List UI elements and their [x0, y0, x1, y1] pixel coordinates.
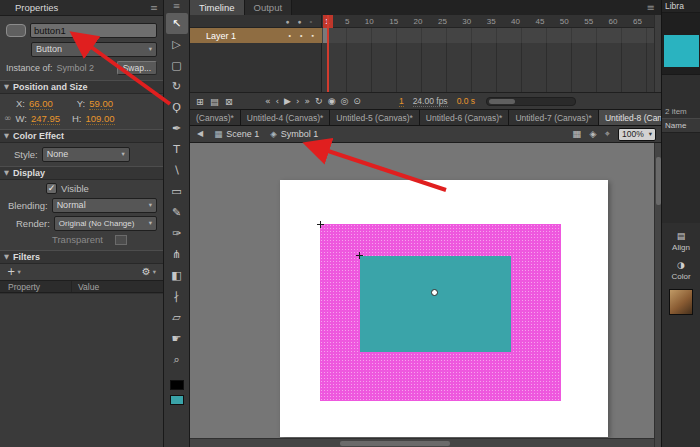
- tab-output[interactable]: Output: [245, 0, 293, 15]
- eyedropper-tool-icon[interactable]: ∤: [166, 286, 188, 307]
- subselection-tool-icon[interactable]: ▷: [166, 34, 188, 55]
- symbol-type-dropdown[interactable]: Button ▾: [31, 42, 157, 57]
- dock-panel-thumbnail[interactable]: [669, 289, 693, 315]
- 3d-rotation-tool-icon[interactable]: ↻: [166, 76, 188, 97]
- paint-bucket-tool-icon[interactable]: ◧: [166, 265, 188, 286]
- section-position-and-size[interactable]: ▼ Position and Size: [0, 80, 163, 94]
- playhead[interactable]: [327, 15, 329, 92]
- section-filters[interactable]: ▼ Filters: [0, 250, 163, 264]
- doc-tab[interactable]: (Canvas)*: [190, 110, 241, 125]
- w-value[interactable]: 247.95: [31, 113, 60, 125]
- library-panel-header[interactable]: Libra: [662, 0, 700, 13]
- lock-all-layers-icon[interactable]: ●: [298, 18, 302, 25]
- text-tool-icon[interactable]: T: [166, 139, 188, 160]
- scrollbar-thumb[interactable]: [489, 99, 515, 104]
- zoom-level-dropdown[interactable]: 100% ▾: [618, 128, 656, 141]
- layer-name[interactable]: Layer 1: [206, 31, 236, 41]
- go-to-first-frame-button[interactable]: «: [265, 96, 271, 106]
- current-frame-value[interactable]: 1: [399, 96, 404, 107]
- scrollbar-thumb[interactable]: [340, 441, 450, 446]
- library-item-list[interactable]: [662, 133, 700, 223]
- section-color-effect[interactable]: ▼ Color Effect: [0, 129, 163, 143]
- style-dropdown[interactable]: None ▾: [42, 147, 130, 162]
- onion-skin-button[interactable]: ◉: [328, 96, 336, 106]
- outline-all-layers-icon[interactable]: ▫: [310, 18, 312, 25]
- layer-lock-dot[interactable]: •: [300, 32, 302, 39]
- fill-color-swatch[interactable]: [170, 395, 184, 405]
- rectangle-tool-icon[interactable]: ▭: [166, 181, 188, 202]
- stage-vertical-scrollbar[interactable]: [654, 143, 661, 447]
- new-layer-button[interactable]: ⊞: [196, 96, 204, 107]
- eraser-tool-icon[interactable]: ▱: [166, 307, 188, 328]
- center-frame-icon[interactable]: ⌖: [605, 128, 610, 140]
- bone-tool-icon[interactable]: ⋔: [166, 244, 188, 265]
- stage-horizontal-scrollbar[interactable]: [190, 438, 654, 447]
- align-panel-button[interactable]: ▤ Align: [662, 232, 700, 252]
- add-filter-button[interactable]: +: [7, 267, 15, 277]
- hand-tool-icon[interactable]: ☛: [166, 328, 188, 349]
- lasso-tool-icon[interactable]: Ϙ: [166, 97, 188, 118]
- brush-tool-icon[interactable]: ✑: [166, 223, 188, 244]
- step-forward-button[interactable]: ›: [296, 96, 300, 106]
- pen-tool-icon[interactable]: ✒: [166, 118, 188, 139]
- h-value[interactable]: 109.00: [86, 113, 115, 125]
- breadcrumb-scene[interactable]: ▦ Scene 1: [214, 129, 259, 139]
- free-transform-tool-icon[interactable]: ▢: [166, 55, 188, 76]
- timeline-vertical-scrollbar[interactable]: [654, 15, 661, 92]
- panel-menu-icon[interactable]: ≡: [647, 3, 655, 13]
- play-button[interactable]: ▶: [284, 96, 291, 106]
- line-tool-icon[interactable]: ∖: [166, 160, 188, 181]
- step-back-button[interactable]: ‹: [275, 96, 279, 106]
- zoom-tool-icon[interactable]: ⌕: [166, 349, 188, 370]
- tools-panel-menu-icon[interactable]: ≡: [173, 0, 181, 13]
- layer-outline-square[interactable]: ▪: [312, 32, 314, 39]
- inner-teal-rectangle[interactable]: [360, 256, 511, 352]
- new-folder-button[interactable]: ▤: [210, 96, 219, 107]
- show-hide-all-layers-icon[interactable]: ●: [286, 18, 290, 25]
- doc-tab[interactable]: Untitled-7 (Canvas)*: [509, 110, 599, 125]
- instance-name-input[interactable]: [30, 23, 157, 38]
- properties-panel-header[interactable]: Properties ≡: [0, 0, 163, 16]
- timeline-horizontal-scrollbar[interactable]: [486, 97, 576, 106]
- back-arrow-icon[interactable]: ◀: [197, 130, 203, 138]
- library-name-column-header[interactable]: Name: [662, 118, 700, 133]
- stage-pasteboard[interactable]: [190, 143, 661, 447]
- transformation-point[interactable]: [431, 289, 438, 296]
- layer1-frame-row[interactable]: [322, 28, 654, 43]
- elapsed-time-value[interactable]: 0.0 s: [457, 96, 475, 106]
- edit-symbols-icon[interactable]: ◈: [589, 128, 596, 140]
- tab-timeline[interactable]: Timeline: [190, 0, 245, 15]
- loop-button[interactable]: ↻: [315, 96, 323, 106]
- section-display[interactable]: ▼ Display: [0, 166, 163, 180]
- library-symbol-preview[interactable]: [664, 35, 699, 67]
- selection-tool-icon[interactable]: ↖: [166, 13, 188, 34]
- color-panel-button[interactable]: ◑ Color: [662, 261, 700, 281]
- layer-show-dot[interactable]: •: [289, 32, 291, 39]
- doc-tab[interactable]: Untitled-4 (Canvas)*: [241, 110, 331, 125]
- filter-options-gear-icon[interactable]: ⚙: [142, 267, 151, 277]
- layer-row-layer1[interactable]: Layer 1 ••▪: [190, 28, 322, 43]
- doc-tab[interactable]: Untitled-6 (Canvas)*: [420, 110, 510, 125]
- pencil-tool-icon[interactable]: ✎: [166, 202, 188, 223]
- onion-skin-outlines-button[interactable]: ◎: [341, 96, 349, 106]
- breadcrumb-symbol[interactable]: ◈ Symbol 1: [270, 129, 318, 139]
- edit-multiple-frames-button[interactable]: ⊙: [353, 96, 361, 106]
- stroke-color-swatch[interactable]: [170, 380, 184, 390]
- stage-canvas[interactable]: [280, 180, 608, 437]
- blending-dropdown[interactable]: Normal ▾: [52, 198, 157, 213]
- y-value[interactable]: 59.00: [89, 98, 113, 110]
- delete-layer-button[interactable]: ⊠: [225, 96, 233, 107]
- panel-menu-icon[interactable]: ≡: [150, 3, 158, 13]
- edit-scene-icon[interactable]: ▦: [572, 128, 581, 140]
- symbol-icon: ◈: [270, 130, 277, 139]
- constrain-link-icon[interactable]: ∞: [4, 114, 12, 123]
- swap-button[interactable]: Swap...: [117, 61, 157, 75]
- playback-controls: «‹▶›»↻◉◎⊙: [265, 96, 361, 106]
- frame-rate-value[interactable]: 24.00 fps: [413, 96, 448, 107]
- timeline-ruler[interactable]: 15101520253035404550556065: [322, 15, 654, 28]
- doc-tab[interactable]: Untitled-5 (Canvas)*: [330, 110, 420, 125]
- render-dropdown[interactable]: Original (No Change) ▾: [54, 216, 157, 231]
- visible-checkbox[interactable]: ✓: [46, 183, 57, 194]
- go-to-last-frame-button[interactable]: »: [305, 96, 311, 106]
- x-value[interactable]: 66.00: [29, 98, 53, 110]
